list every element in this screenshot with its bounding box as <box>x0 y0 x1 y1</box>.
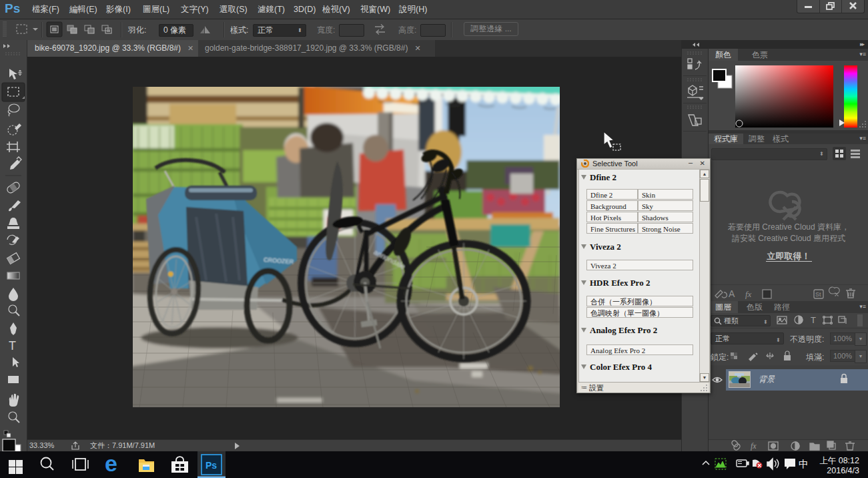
svg-text:e: e <box>105 451 117 476</box>
svg-text:2016/4/3: 2016/4/3 <box>827 466 859 475</box>
svg-text:中: 中 <box>799 458 809 469</box>
svg-text:T: T <box>811 315 816 325</box>
svg-text:Ps: Ps <box>205 460 217 471</box>
svg-text:St: St <box>815 291 821 298</box>
svg-text:A: A <box>729 288 735 299</box>
svg-text:fx: fx <box>745 289 752 299</box>
svg-text:上午 08:12: 上午 08:12 <box>819 456 859 465</box>
svg-text:T: T <box>9 339 16 352</box>
svg-text:fx: fx <box>751 441 757 451</box>
